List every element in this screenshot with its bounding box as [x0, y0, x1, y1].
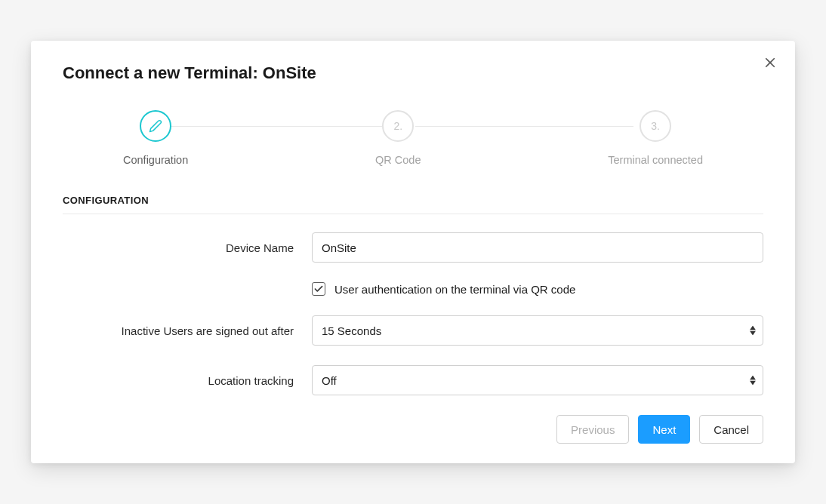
step-terminal-connected: 3. Terminal connected: [608, 110, 703, 166]
step-configuration: Configuration: [123, 110, 188, 166]
check-icon: [314, 285, 323, 293]
sign-out-select[interactable]: 15 Seconds: [312, 315, 763, 346]
next-button[interactable]: Next: [638, 415, 690, 444]
qr-auth-checkbox[interactable]: [312, 282, 325, 296]
step-label: Terminal connected: [608, 154, 703, 166]
step-connector: [415, 126, 633, 127]
modal-title: Connect a new Terminal: OnSite: [63, 63, 763, 83]
terminal-connect-modal: Connect a new Terminal: OnSite Configura…: [31, 41, 795, 463]
step-indicator: 2.: [382, 110, 414, 142]
device-name-label: Device Name: [63, 241, 312, 254]
location-tracking-label: Location tracking: [63, 374, 312, 387]
field-qr-auth: User authentication on the terminal via …: [63, 282, 763, 296]
stepper: Configuration 2. QR Code 3. Terminal con…: [63, 110, 763, 166]
section-header: CONFIGURATION: [63, 195, 763, 214]
step-label: QR Code: [375, 154, 421, 166]
location-tracking-select[interactable]: Off: [312, 365, 763, 395]
qr-auth-label: User authentication on the terminal via …: [334, 283, 575, 296]
field-device-name: Device Name: [63, 232, 763, 263]
field-location-tracking: Location tracking Off: [63, 365, 763, 395]
field-sign-out: Inactive Users are signed out after 15 S…: [63, 315, 763, 346]
previous-button[interactable]: Previous: [556, 415, 629, 444]
close-icon: [763, 56, 777, 69]
step-qr-code: 2. QR Code: [375, 110, 421, 166]
step-indicator: 3.: [640, 110, 671, 142]
pencil-icon: [149, 119, 162, 133]
device-name-input[interactable]: [312, 232, 763, 263]
step-connector: [165, 126, 384, 127]
step-indicator-active: [140, 110, 171, 142]
cancel-button[interactable]: Cancel: [699, 415, 763, 444]
step-label: Configuration: [123, 154, 188, 166]
close-button[interactable]: [762, 54, 778, 71]
modal-footer: Previous Next Cancel: [63, 415, 763, 444]
sign-out-label: Inactive Users are signed out after: [63, 324, 312, 337]
